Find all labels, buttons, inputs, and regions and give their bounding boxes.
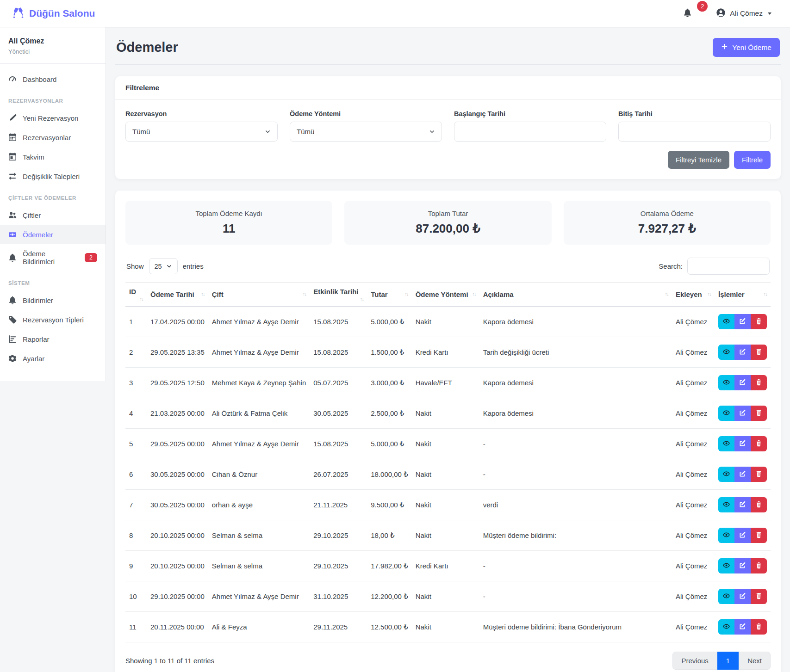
end-date-input[interactable] xyxy=(618,122,771,142)
edit-button[interactable] xyxy=(734,436,751,451)
delete-button[interactable] xyxy=(751,375,767,390)
column-header-etkinlik-tarihi[interactable]: Etkinlik Tarihi↑↓ xyxy=(310,283,367,307)
view-button[interactable] xyxy=(718,497,734,512)
sidebar-item-bildirimler[interactable]: Bildirimler xyxy=(0,290,106,310)
column-header-tutar[interactable]: Tutar↑↓ xyxy=(367,283,411,307)
sort-icon[interactable]: ↑↓ xyxy=(472,291,476,297)
sort-icon[interactable]: ↑↓ xyxy=(404,291,408,297)
delete-button[interactable] xyxy=(751,345,767,360)
cell-event-date: 05.07.2025 xyxy=(310,368,367,398)
view-button[interactable] xyxy=(718,314,734,329)
sidebar-item-dashboard[interactable]: Dashboard xyxy=(0,69,106,89)
delete-button[interactable] xyxy=(751,589,767,604)
cell-added-by: Ali Çömez xyxy=(672,551,715,581)
view-button[interactable] xyxy=(718,589,734,604)
start-date-input[interactable] xyxy=(454,122,606,142)
page-size-select[interactable]: 25 xyxy=(149,258,178,274)
sidebar-item-yeni-rezervasyon[interactable]: Yeni Rezervasyon xyxy=(0,108,106,128)
column-header-i-slemler[interactable]: İşlemler↑↓ xyxy=(715,283,771,307)
column-header-aciklama[interactable]: Açıklama↑↓ xyxy=(479,283,672,307)
sidebar-item-raporlar[interactable]: Raporlar xyxy=(0,329,106,349)
delete-button[interactable] xyxy=(751,558,767,573)
sidebar-item-ciftler[interactable]: Çiftler xyxy=(0,205,106,225)
trash-icon xyxy=(755,440,762,448)
delete-button[interactable] xyxy=(751,406,767,421)
sort-icon[interactable]: ↑↓ xyxy=(360,296,364,302)
view-button[interactable] xyxy=(718,375,734,390)
notifications-button[interactable]: 2 xyxy=(683,8,692,19)
current-page-button[interactable]: 1 xyxy=(717,652,739,670)
cell-id: 4 xyxy=(125,398,147,429)
sort-icon[interactable]: ↑↓ xyxy=(764,291,767,297)
table-row: 1 17.04.2025 00:00 Ahmet Yılmaz & Ayşe D… xyxy=(125,307,771,337)
edit-button[interactable] xyxy=(734,558,751,573)
sort-icon[interactable]: ↑↓ xyxy=(140,296,143,302)
delete-button[interactable] xyxy=(751,497,767,512)
edit-button[interactable] xyxy=(734,528,751,543)
view-button[interactable] xyxy=(718,436,734,451)
edit-button[interactable] xyxy=(734,589,751,604)
cell-actions xyxy=(715,520,771,551)
sidebar-item-ayarlar[interactable]: Ayarlar xyxy=(0,349,106,368)
trash-icon xyxy=(755,562,762,570)
edit-button[interactable] xyxy=(734,375,751,390)
view-button[interactable] xyxy=(718,528,734,543)
cell-payment-date: 21.03.2025 00:00 xyxy=(147,398,208,429)
clear-filter-button[interactable]: Filtreyi Temizle xyxy=(668,151,729,169)
app-logo[interactable]: Düğün Salonu xyxy=(12,6,95,21)
edit-button[interactable] xyxy=(734,619,751,635)
delete-button[interactable] xyxy=(751,528,767,543)
column-header-odeme-tarihi[interactable]: Ödeme Tarihi↑↓ xyxy=(147,283,208,307)
sidebar-item-rezervasyonlar[interactable]: Rezervasyonlar xyxy=(0,128,106,147)
view-button[interactable] xyxy=(718,619,734,635)
search-input[interactable] xyxy=(687,258,770,275)
cell-payment-date: 20.11.2025 00:00 xyxy=(147,612,208,642)
delete-button[interactable] xyxy=(751,436,767,451)
sort-icon[interactable]: ↑↓ xyxy=(708,291,711,297)
sort-icon[interactable]: ↑↓ xyxy=(303,291,306,297)
edit-button[interactable] xyxy=(734,314,751,329)
cell-couple: Cihan & Öznur xyxy=(208,459,310,490)
next-page-button[interactable]: Next xyxy=(739,652,771,670)
sidebar-item-takvim[interactable]: Takvim xyxy=(0,147,106,166)
cell-added-by: Ali Çömez xyxy=(672,459,715,490)
edit-button[interactable] xyxy=(734,467,751,482)
sidebar-item-rezervasyon-tipleri[interactable]: Rezervasyon Tipleri xyxy=(0,310,106,329)
pencil-square-icon xyxy=(739,470,746,479)
cell-id: 10 xyxy=(125,581,147,612)
delete-button[interactable] xyxy=(751,314,767,329)
column-header-odeme-yontemi[interactable]: Ödeme Yöntemi↑↓ xyxy=(412,283,479,307)
edit-button[interactable] xyxy=(734,345,751,360)
column-header-cift[interactable]: Çift↑↓ xyxy=(208,283,310,307)
sort-icon[interactable]: ↑↓ xyxy=(665,291,669,297)
eye-icon xyxy=(723,531,730,540)
page-header: Ödemeler Yeni Ödeme xyxy=(115,35,781,65)
sidebar-item-label: Dashboard xyxy=(23,75,56,83)
new-payment-button[interactable]: Yeni Ödeme xyxy=(713,38,780,57)
payment-method-select[interactable]: Tümü xyxy=(290,122,442,142)
user-menu[interactable]: Ali Çömez xyxy=(716,8,771,19)
previous-page-button[interactable]: Previous xyxy=(672,652,717,670)
stat-total-amount: Toplam Tutar 87.200,00 ₺ xyxy=(344,201,551,245)
top-navbar: Düğün Salonu 2 Ali Çömez xyxy=(0,0,790,27)
view-button[interactable] xyxy=(718,467,734,482)
column-header-id[interactable]: ID↑↓ xyxy=(125,283,147,307)
sidebar-item-odemeler[interactable]: Ödemeler xyxy=(0,225,106,244)
sidebar-item-degisiklik-talepleri[interactable]: Değişiklik Talepleri xyxy=(0,166,106,186)
sidebar-item-odeme-bildirimleri[interactable]: Ödeme Bildirimleri2 xyxy=(0,244,106,271)
table-row: 2 29.05.2025 13:35 Ahmet Yılmaz & Ayşe D… xyxy=(125,337,771,368)
reservation-select[interactable]: Tümü xyxy=(125,122,278,142)
apply-filter-button[interactable]: Filtrele xyxy=(734,151,771,169)
cell-added-by: Ali Çömez xyxy=(672,307,715,337)
view-button[interactable] xyxy=(718,345,734,360)
sidebar: Ali Çömez Yönetici DashboardREZERVASYONL… xyxy=(0,27,106,381)
edit-button[interactable] xyxy=(734,406,751,421)
column-header-ekleyen[interactable]: Ekleyen↑↓ xyxy=(672,283,715,307)
sort-icon[interactable]: ↑↓ xyxy=(201,291,205,297)
view-button[interactable] xyxy=(718,558,734,573)
sidebar-item-label: Takvim xyxy=(23,153,44,161)
delete-button[interactable] xyxy=(751,467,767,482)
view-button[interactable] xyxy=(718,406,734,421)
edit-button[interactable] xyxy=(734,497,751,512)
delete-button[interactable] xyxy=(751,619,767,635)
